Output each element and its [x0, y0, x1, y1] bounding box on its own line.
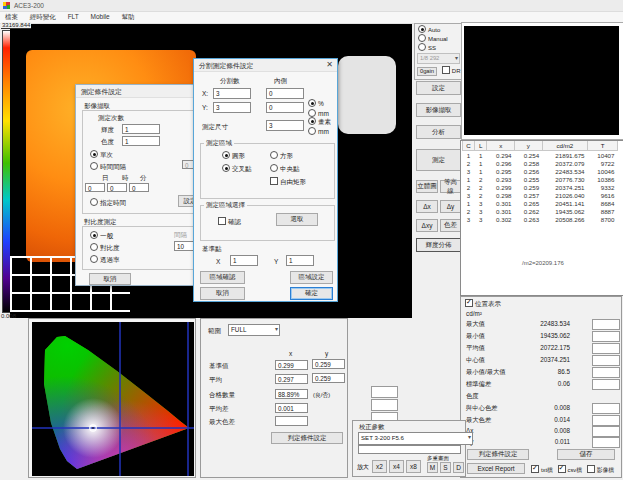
dr-checkbox[interactable]: DR	[442, 68, 461, 74]
area-confirm-button[interactable]: 區域確認	[200, 271, 245, 284]
cancel-button[interactable]: 取消	[200, 287, 245, 300]
range-select[interactable]: FULL	[228, 324, 280, 336]
image-checkbox[interactable]: 影像檔	[587, 467, 614, 473]
solid-view-button[interactable]: 立體圖	[416, 180, 438, 193]
table-row[interactable]: 330.3020.26320508.2668700	[463, 215, 618, 223]
mm-radio[interactable]: mm	[308, 109, 329, 117]
center-point-radio[interactable]: 中央點	[270, 164, 300, 174]
result-judge-box[interactable]	[592, 415, 620, 426]
menu-help[interactable]: 幫助	[121, 13, 134, 22]
specified-time-radio[interactable]: 指定時間	[90, 198, 126, 208]
transmittance-radio[interactable]: 透過率	[90, 255, 120, 265]
pixel-radio[interactable]: 畫素	[308, 117, 331, 127]
zero-gain-button[interactable]: 0gain	[417, 67, 437, 76]
calibration-extra-field[interactable]	[358, 445, 461, 454]
table-row[interactable]: 310.2950.25622483.53410046	[463, 167, 618, 175]
area-set-button[interactable]: 區域設定	[290, 271, 333, 284]
pass-count-field[interactable]: 88.89%	[275, 389, 308, 399]
base-x-field[interactable]: 1	[230, 255, 258, 266]
result-judge-box[interactable]	[592, 437, 620, 448]
multi-s-button[interactable]: S	[440, 462, 451, 473]
single-radio[interactable]: 單次	[90, 150, 113, 160]
percent-radio[interactable]: %	[308, 99, 324, 107]
result-judge-box[interactable]	[592, 319, 620, 330]
result-judge-box[interactable]	[592, 403, 620, 414]
menu-file[interactable]: 檔案	[5, 13, 18, 22]
ok-button[interactable]: 確定	[290, 287, 333, 300]
capture-button[interactable]: 影像擷取	[416, 103, 461, 117]
measure-button[interactable]: 測定	[416, 149, 461, 171]
multi-m-button[interactable]: M	[427, 462, 438, 473]
table-row[interactable]: 220.2990.25920374.2519332	[463, 183, 618, 191]
zoom-x8-button[interactable]: x8	[406, 460, 421, 473]
analyze-button[interactable]: 分析	[416, 125, 461, 139]
settings-button[interactable]: 設定	[416, 81, 461, 95]
table-row[interactable]: 130.3010.26520451.1418684	[463, 199, 618, 207]
y-inner-field[interactable]: 0	[266, 102, 304, 113]
delta-xy-button[interactable]: Δxy	[416, 219, 438, 232]
result-judge-box[interactable]	[592, 379, 620, 390]
interval-radio[interactable]: 時間間隔	[90, 162, 126, 172]
exposure-ss-radio[interactable]: SS	[418, 43, 462, 51]
multi-d-button[interactable]: D	[453, 462, 464, 473]
table-row[interactable]: 120.2930.25520776.73010386	[463, 175, 618, 183]
day-field[interactable]: 0	[85, 183, 105, 192]
csv-checkbox[interactable]: csv檔	[558, 467, 583, 473]
table-row[interactable]: 230.3010.26219435.0628887	[463, 207, 618, 215]
excel-report-button[interactable]: Excel Report	[467, 463, 525, 474]
position-display-checkbox[interactable]: 位置表示	[465, 299, 501, 309]
menu-time-variation[interactable]: 經時變化	[30, 13, 56, 22]
free-shape-checkbox[interactable]: 自由矩形	[270, 177, 306, 187]
delta-x-button[interactable]: Δx	[416, 200, 438, 213]
max-color-diff-field[interactable]	[275, 416, 308, 426]
luminance-count-field[interactable]: 1	[122, 124, 160, 134]
menu-flt[interactable]: FLT	[68, 13, 79, 20]
circle-radio[interactable]: 圓形	[222, 151, 245, 161]
zoom-x2-button[interactable]: x2	[372, 460, 387, 473]
y-division-field[interactable]: 3	[213, 102, 251, 113]
title-bar[interactable]: ACE3-200	[0, 0, 623, 12]
cancel-button[interactable]: 取消	[89, 273, 131, 285]
average-diff-field[interactable]: 0.001	[275, 403, 308, 413]
shutter-select[interactable]: 1/8 292	[417, 53, 460, 64]
result-judge-box[interactable]	[592, 355, 620, 366]
save-button[interactable]: 儲存	[557, 449, 615, 460]
average-y-field[interactable]: 0.259	[312, 373, 345, 383]
pick-button[interactable]: 選取	[276, 213, 318, 226]
measure-size-field[interactable]: 3	[266, 120, 304, 131]
result-judge-box[interactable]	[592, 426, 620, 437]
delta-y-button[interactable]: Δy	[440, 200, 461, 213]
mm-radio-2[interactable]: mm	[308, 127, 329, 135]
result-judge-box[interactable]	[592, 367, 620, 378]
table-row[interactable]: 210.2960.25820372.0799722	[463, 159, 618, 167]
normal-radio[interactable]: 一般	[90, 231, 113, 241]
reference-x-field[interactable]: 0.299	[275, 360, 308, 370]
judge-condition-settings-button[interactable]: 判定條件設定	[271, 432, 343, 444]
reference-y-field[interactable]: 0.259	[312, 359, 345, 369]
cie-chromaticity-panel[interactable]	[28, 318, 196, 478]
exposure-manual-radio[interactable]: Manual	[418, 34, 462, 42]
x-division-field[interactable]: 3	[213, 88, 251, 99]
square-radio[interactable]: 方形	[270, 151, 293, 161]
result-judge-box[interactable]	[592, 331, 620, 342]
base-y-field[interactable]: 1	[286, 255, 314, 266]
contrast-radio[interactable]: 對比度	[90, 243, 120, 253]
table-row[interactable]: 320.2980.25721026.0409616	[463, 191, 618, 199]
dialog-title-bar[interactable]: 測定條件設定	[76, 85, 202, 98]
minute-field[interactable]: 0	[129, 183, 149, 192]
close-icon[interactable]: ✕	[326, 60, 333, 69]
gap-field[interactable]: 10	[174, 241, 194, 251]
chroma-count-field[interactable]: 1	[122, 136, 160, 146]
cross-point-radio[interactable]: 交叉點	[222, 164, 252, 174]
secondary-image-panel[interactable]	[461, 22, 623, 140]
contour-button[interactable]: 等高線	[440, 180, 461, 193]
table-row[interactable]: 110.2940.25421891.67510407	[463, 151, 618, 160]
exposure-auto-radio[interactable]: Auto	[418, 25, 462, 33]
menu-mobile[interactable]: Mobile	[91, 13, 110, 20]
hour-field[interactable]: 0	[107, 183, 127, 192]
confirm-checkbox[interactable]: 確認	[218, 217, 241, 227]
result-judge-box[interactable]	[592, 343, 620, 354]
color-diff-button[interactable]: 色差	[440, 219, 461, 232]
average-x-field[interactable]: 0.297	[275, 374, 308, 384]
zoom-x4-button[interactable]: x4	[389, 460, 404, 473]
